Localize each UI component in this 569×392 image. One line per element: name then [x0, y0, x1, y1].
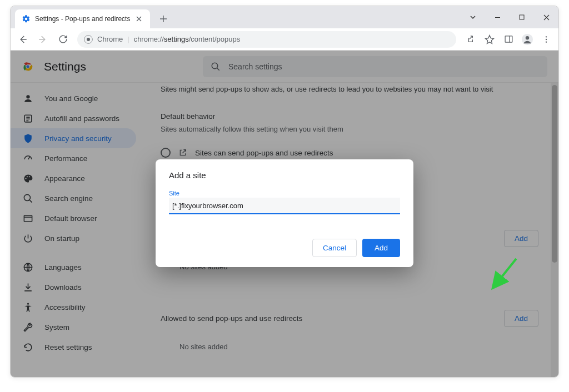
svg-point-5 — [526, 36, 529, 39]
svg-rect-0 — [520, 15, 524, 19]
chevron-down-icon — [470, 14, 476, 21]
forward-button[interactable] — [34, 31, 52, 48]
svg-point-2 — [87, 38, 90, 41]
back-button[interactable] — [14, 31, 32, 48]
chrome-label: Chrome — [97, 35, 123, 43]
menu-button[interactable] — [537, 31, 555, 48]
svg-point-7 — [546, 38, 547, 39]
kebab-icon — [542, 35, 551, 44]
content-area: Settings Search settings You and Google … — [11, 51, 558, 377]
minimize-button[interactable] — [485, 6, 510, 28]
cancel-button[interactable]: Cancel — [312, 239, 357, 257]
close-icon — [543, 14, 550, 21]
annotation-arrow-icon — [486, 256, 519, 295]
side-panel-button[interactable] — [500, 31, 517, 48]
share-icon — [466, 34, 476, 44]
browser-toolbar: Chrome | chrome://settings/content/popup… — [11, 28, 558, 51]
minimize-icon — [495, 14, 501, 21]
new-tab-button[interactable] — [156, 11, 171, 27]
svg-rect-3 — [505, 36, 512, 42]
svg-point-6 — [546, 36, 547, 37]
plus-icon — [159, 15, 167, 23]
site-input[interactable] — [169, 198, 400, 214]
add-site-dialog: Add a site Site Cancel Add — [156, 159, 413, 267]
settings-favicon-icon — [22, 14, 31, 23]
panel-icon — [504, 34, 513, 44]
star-icon — [485, 34, 495, 44]
maximize-icon — [519, 14, 525, 20]
browser-window: Settings - Pop-ups and redirects Chrome … — [10, 6, 559, 378]
tab-title: Settings - Pop-ups and redirects — [35, 15, 130, 23]
address-bar[interactable]: Chrome | chrome://settings/content/popup… — [77, 31, 456, 48]
close-window-button[interactable] — [534, 6, 558, 28]
arrow-right-icon — [38, 34, 48, 44]
profile-button[interactable] — [518, 31, 536, 48]
reload-icon — [58, 34, 68, 44]
close-icon — [136, 16, 142, 22]
chrome-logo-icon — [84, 35, 93, 44]
bookmark-button[interactable] — [481, 31, 498, 48]
profile-icon — [521, 33, 533, 46]
titlebar: Settings - Pop-ups and redirects — [11, 6, 558, 28]
browser-tab[interactable]: Settings - Pop-ups and redirects — [15, 9, 150, 28]
add-button[interactable]: Add — [362, 239, 400, 257]
window-controls — [461, 6, 558, 28]
reload-button[interactable] — [54, 31, 72, 48]
svg-point-8 — [546, 41, 547, 42]
tab-search-button[interactable] — [461, 6, 485, 28]
arrow-left-icon — [18, 34, 28, 44]
maximize-button[interactable] — [510, 6, 534, 28]
site-field-label: Site — [169, 190, 400, 197]
dialog-title: Add a site — [169, 170, 400, 180]
url-text: chrome://settings/content/popups — [134, 35, 241, 43]
share-button[interactable] — [462, 31, 480, 48]
tab-close-button[interactable] — [134, 14, 143, 23]
